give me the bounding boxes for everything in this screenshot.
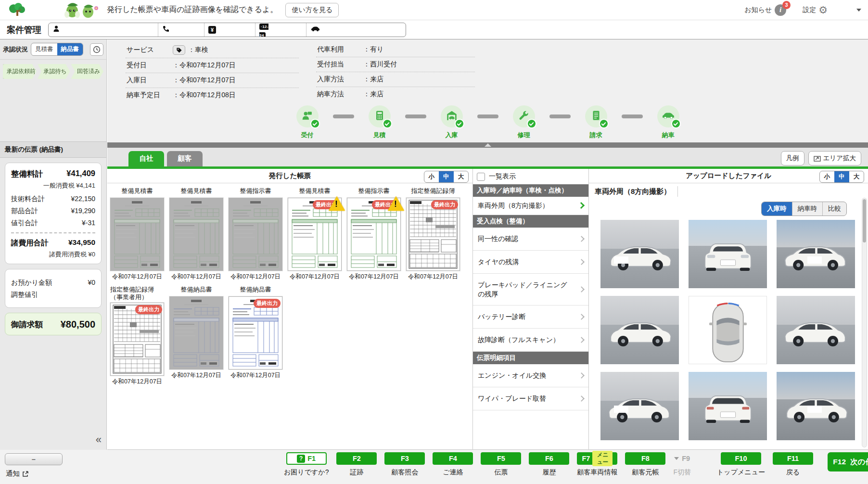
list-view-checkbox[interactable]	[477, 173, 485, 181]
document-card-3[interactable]: 整備見積書最終出力令和07年12月07日	[288, 187, 342, 281]
car-photo-rear[interactable]	[689, 372, 767, 440]
car-top-diagram[interactable]	[689, 296, 767, 364]
legend-button[interactable]: 凡例	[781, 151, 804, 166]
person-search-input[interactable]	[60, 26, 158, 33]
doc-toggle-0[interactable]: 見積書	[31, 43, 57, 55]
category-item[interactable]: ブレーキパッド／ライニングの残厚	[473, 274, 588, 306]
documents-size-小[interactable]: 小	[424, 171, 439, 182]
document-thumbnail[interactable]: 最終出力	[110, 303, 164, 376]
document-thumbnail[interactable]: 最終出力	[406, 198, 460, 271]
category-item[interactable]: タイヤの残溝	[473, 251, 588, 274]
f12-button[interactable]: F12次の作業を選ぶ	[828, 452, 868, 471]
category-item[interactable]: 車両外周（8方向撮影）	[473, 197, 588, 215]
category-item[interactable]: ワイパ・ブレード取替	[473, 387, 588, 410]
tab-自社[interactable]: 自社	[128, 151, 164, 166]
car-photo-side-left[interactable]	[600, 296, 679, 364]
document-thumbnail[interactable]	[110, 198, 164, 271]
search-segment-car[interactable]	[306, 23, 405, 37]
progress-connector	[549, 115, 571, 118]
car-photo-front[interactable]	[689, 220, 767, 288]
f1-button[interactable]: ?F1	[286, 452, 327, 465]
f11-button[interactable]: F11	[773, 452, 813, 465]
files-size-中[interactable]: 中	[834, 171, 849, 182]
phase-比較[interactable]: 比較	[823, 202, 846, 216]
service-tag-button[interactable]	[173, 45, 185, 55]
category-item[interactable]: バッテリー診断	[473, 306, 588, 329]
car-search-input[interactable]	[320, 26, 405, 33]
fkey-label: トップメニュー	[717, 468, 765, 477]
license-plate-search-input[interactable]	[270, 26, 306, 33]
doc-toggle-1[interactable]: 納品書	[57, 43, 83, 55]
document-date: 令和07年12月07日	[229, 273, 282, 281]
detail-row: 入庫日：令和07年12月07日	[126, 73, 299, 88]
f9-button[interactable]: F9	[674, 452, 690, 465]
detail-row: サービス：車検	[126, 42, 299, 58]
document-card-1[interactable]: 整備見積書令和07年12月07日	[169, 187, 223, 281]
document-thumbnail[interactable]	[169, 198, 223, 271]
f2-button[interactable]: F2	[336, 452, 377, 465]
document-card-2[interactable]: 整備指示書令和07年12月07日	[229, 187, 282, 281]
fkey-label: 伝票	[494, 468, 508, 477]
phone-search-input[interactable]	[170, 26, 204, 33]
files-scrollbar[interactable]	[862, 198, 867, 447]
sidebar-collapse-button[interactable]: «	[96, 433, 101, 446]
document-date: 令和07年12月07日	[406, 273, 460, 281]
phase-入庫時[interactable]: 入庫時	[762, 202, 792, 216]
category-item[interactable]: 故障診断（フルスキャン）	[473, 329, 588, 352]
document-thumbnail[interactable]: 最終出力	[347, 198, 401, 271]
fkey-f8: F8顧客元帳	[625, 452, 665, 477]
collapse-handle-bar[interactable]	[107, 142, 868, 148]
document-thumbnail[interactable]: 最終出力	[288, 198, 342, 271]
approval-status-label: 承認状況	[3, 45, 28, 54]
car-photo-side-right[interactable]	[777, 296, 855, 364]
documents-size-大[interactable]: 大	[454, 171, 469, 182]
fkey-label: ご連絡	[443, 468, 463, 477]
document-card-6[interactable]: 指定整備記録簿（事業者用）最終出力令和07年12月07日	[110, 286, 164, 386]
document-card-5[interactable]: 指定整備記録簿最終出力令和07年12月07日	[406, 187, 460, 281]
history-clock-button[interactable]	[90, 43, 103, 56]
minimize-button[interactable]: −	[5, 453, 63, 465]
car-photo-rear-left[interactable]	[600, 372, 679, 440]
document-date: 令和07年12月07日	[288, 273, 342, 281]
document-card-8[interactable]: 整備納品書最終出力令和07年12月07日	[229, 286, 282, 386]
search-segment-phone[interactable]	[158, 23, 204, 37]
search-segment-yen[interactable]: ¥	[204, 23, 255, 37]
car-photo-rear-right[interactable]	[777, 372, 855, 440]
f8-button[interactable]: F8	[625, 452, 665, 465]
function-key-bar: − 通知 ?F1お困りですか?F2証跡F3顧客照会F4ご連絡F5伝票F6履歴F7…	[0, 450, 868, 484]
files-size-小[interactable]: 小	[820, 171, 835, 182]
f5-button[interactable]: F5	[481, 452, 521, 465]
deposit-row: 調整値引	[11, 291, 95, 299]
f6-button[interactable]: F6	[529, 452, 569, 465]
files-size-大[interactable]: 大	[849, 171, 864, 182]
document-thumbnail[interactable]: 最終出力	[229, 296, 282, 369]
notification-link[interactable]: 通知	[6, 469, 29, 478]
notice-button[interactable]: お知らせ i 3	[744, 4, 786, 16]
document-thumbnail[interactable]	[169, 296, 223, 369]
chevron-down-icon[interactable]	[856, 9, 861, 12]
category-item[interactable]: エンジン・オイル交換	[473, 364, 588, 387]
tab-顧客[interactable]: 顧客	[167, 151, 203, 166]
category-item[interactable]: 同一性の確認	[473, 228, 588, 251]
car-photo-front-left[interactable]	[600, 220, 679, 288]
how-to-use-button[interactable]: 使い方を見る	[285, 3, 339, 17]
f7-button[interactable]: F7メニュー	[577, 452, 617, 465]
area-expand-button[interactable]: エリア拡大	[808, 151, 861, 166]
settings-button[interactable]: 設定 ⚙	[803, 5, 828, 15]
progress-step-修理: 修理	[510, 105, 538, 140]
documents-size-中[interactable]: 中	[439, 171, 454, 182]
yen-search-input[interactable]	[216, 26, 255, 33]
search-segment-license-plate[interactable]: ·12-34	[255, 23, 306, 37]
f3-button[interactable]: F3	[384, 452, 425, 465]
search-segment-person[interactable]	[49, 23, 158, 37]
document-card-7[interactable]: 整備納品書令和07年12月07日	[169, 286, 223, 386]
phase-納車時[interactable]: 納車時	[792, 202, 823, 216]
document-thumbnail[interactable]	[229, 198, 282, 271]
chevron-up-icon	[485, 143, 491, 147]
document-card-4[interactable]: 整備指示書最終出力令和07年12月07日	[347, 187, 401, 281]
list-view-toggle[interactable]: 一覧表示	[473, 169, 588, 184]
f10-button[interactable]: F10	[721, 452, 761, 465]
car-photo-front-right[interactable]	[777, 220, 855, 288]
document-card-0[interactable]: 整備見積書令和07年12月07日	[110, 187, 164, 281]
f4-button[interactable]: F4	[433, 452, 473, 465]
